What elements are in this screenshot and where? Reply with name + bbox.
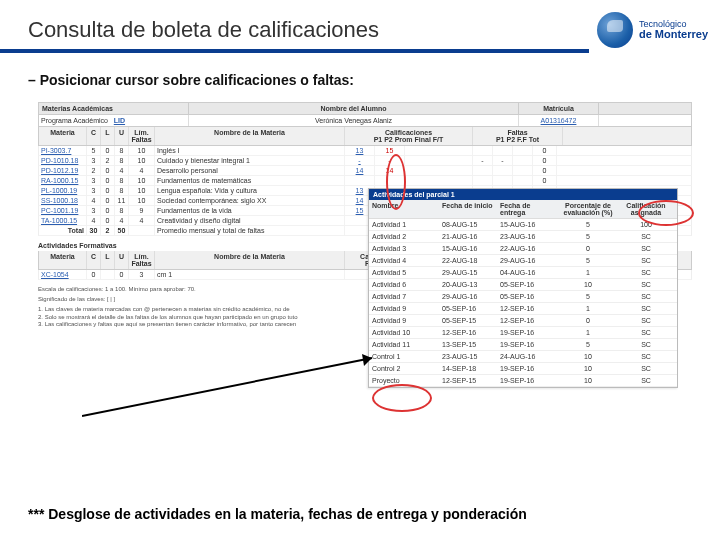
table-row: RA-1000.1530810Fundamentos de matemática… bbox=[38, 176, 692, 186]
total-c: 30 bbox=[87, 226, 101, 235]
programa-label: Programa Académico bbox=[41, 117, 108, 124]
acol-inicio: Fecha de inicio bbox=[439, 200, 497, 218]
instruction-text: – Posicionar cursor sobre calificaciones… bbox=[0, 60, 720, 92]
row-materia[interactable]: RA-1000.15 bbox=[39, 176, 87, 185]
activity-row: Actividad 905-SEP-1512-SEP-160SC bbox=[369, 315, 677, 327]
activity-row: Actividad 315-AUG-1622-AUG-160SC bbox=[369, 243, 677, 255]
activities-columns: Nombre Fecha de inicio Fecha de entrega … bbox=[369, 200, 677, 219]
matricula-value[interactable]: A01316472 bbox=[519, 115, 599, 126]
header: Consulta de boleta de calificaciones Tec… bbox=[0, 0, 720, 60]
acol-nombre: Nombre bbox=[369, 200, 439, 218]
activity-row: Actividad 729-AUG-1605-SEP-165SC bbox=[369, 291, 677, 303]
fcol-u: U bbox=[115, 251, 129, 269]
footer-note: *** Desglose de actividades en la materi… bbox=[28, 506, 668, 522]
activity-row: Actividad 1113-SEP-1519-SEP-165SC bbox=[369, 339, 677, 351]
col-u: U bbox=[115, 127, 129, 145]
table-row: PD-1010.1832810Cuidado y bienestar integ… bbox=[38, 156, 692, 166]
col-nombre: Nombre de la Materia bbox=[155, 127, 345, 145]
row-materia[interactable]: PI-3003.7 bbox=[39, 146, 87, 155]
acol-porcentaje: Porcentaje de evaluación (%) bbox=[555, 200, 621, 218]
row-materia[interactable]: PD-1012.19 bbox=[39, 166, 87, 175]
logo: Tecnológico de Monterrey bbox=[597, 12, 720, 48]
fcol-lim: Lím. Faltas bbox=[129, 251, 155, 269]
total-l: 2 bbox=[101, 226, 115, 235]
col-calif-group: Calificaciones P1 P2 Prom Final F/T bbox=[345, 127, 473, 145]
matricula-label: Matrícula bbox=[519, 103, 599, 114]
programa-value[interactable]: LID bbox=[114, 117, 125, 124]
materias-label: Materias Académicas bbox=[39, 103, 189, 114]
row-materia[interactable]: PD-1010.18 bbox=[39, 156, 87, 165]
embedded-screenshot: Materias Académicas Nombre del Alumno Ma… bbox=[38, 102, 692, 328]
activity-row: Control 214-SEP-1819-SEP-1610SC bbox=[369, 363, 677, 375]
acol-calif: Calificación asignada bbox=[621, 200, 671, 218]
col-faltas-group: Faltas P1 P2 F.F Tot bbox=[473, 127, 563, 145]
logo-text: Tecnológico de Monterrey bbox=[639, 20, 708, 40]
annotation-arrow bbox=[82, 346, 402, 426]
fcol-nombre: Nombre de la Materia bbox=[155, 251, 345, 269]
frow-materia[interactable]: XC-1054 bbox=[39, 270, 87, 279]
activity-row: Control 123-AUG-1524-AUG-1610SC bbox=[369, 351, 677, 363]
page-title: Consulta de boleta de calificaciones bbox=[0, 7, 589, 53]
activity-row: Actividad 221-AUG-1623-AUG-165SC bbox=[369, 231, 677, 243]
fcol-c: C bbox=[87, 251, 101, 269]
col-materia: Materia bbox=[39, 127, 87, 145]
row-materia[interactable]: PC-1001.19 bbox=[39, 206, 87, 215]
annotation-circle-proyecto bbox=[372, 384, 432, 412]
logo-icon bbox=[597, 12, 633, 48]
section-header-row: Materias Académicas Nombre del Alumno Ma… bbox=[38, 102, 692, 115]
col-l: L bbox=[101, 127, 115, 145]
row-materia[interactable]: SS-1000.18 bbox=[39, 196, 87, 205]
grade-p1[interactable]: 13 bbox=[345, 146, 375, 155]
activity-row: Actividad 529-AUG-1504-AUG-161SC bbox=[369, 267, 677, 279]
svg-line-0 bbox=[82, 358, 372, 416]
row-materia[interactable]: PL-1000.19 bbox=[39, 186, 87, 195]
table-row: PD-1012.192044Desarrollo personal14140 bbox=[38, 166, 692, 176]
activity-row: Actividad 620-AUG-1305-SEP-1610SC bbox=[369, 279, 677, 291]
fcol-l: L bbox=[101, 251, 115, 269]
activity-row: Actividad 422-AUG-1829-AUG-165SC bbox=[369, 255, 677, 267]
total-u: 50 bbox=[115, 226, 129, 235]
activities-header: Actividades del parcial 1 bbox=[369, 189, 677, 200]
fcol-materia: Materia bbox=[39, 251, 87, 269]
activities-panel: Actividades del parcial 1 Nombre Fecha d… bbox=[368, 188, 678, 388]
nombre-alumno-label: Nombre del Alumno bbox=[189, 103, 519, 114]
grade-p1[interactable]: - bbox=[345, 156, 375, 165]
activity-row: Actividad 905-SEP-1612-SEP-161SC bbox=[369, 303, 677, 315]
col-lim: Lím. Faltas bbox=[129, 127, 155, 145]
table-row: PI-3003.750810Inglés I13150 bbox=[38, 146, 692, 156]
activity-row: Actividad 1012-SEP-1619-SEP-161SC bbox=[369, 327, 677, 339]
total-label: Total bbox=[39, 226, 87, 235]
alumno-name: Verónica Venegas Alaniz bbox=[189, 115, 519, 126]
col-c: C bbox=[87, 127, 101, 145]
logo-line2: de Monterrey bbox=[639, 29, 708, 40]
row-materia[interactable]: TA-1000.15 bbox=[39, 216, 87, 225]
acol-entrega: Fecha de entrega bbox=[497, 200, 555, 218]
activities-rows: Actividad 108-AUG-1515-AUG-165100Activid… bbox=[369, 219, 677, 387]
grade-p1[interactable]: 14 bbox=[345, 166, 375, 175]
total-note: Promedio mensual y total de faltas bbox=[155, 226, 345, 235]
activity-row: Actividad 108-AUG-1515-AUG-165100 bbox=[369, 219, 677, 231]
grades-header: Materia C L U Lím. Faltas Nombre de la M… bbox=[38, 127, 692, 146]
activity-row: Proyecto12-SEP-1519-SEP-1610SC bbox=[369, 375, 677, 387]
grade-p1[interactable] bbox=[345, 176, 375, 185]
